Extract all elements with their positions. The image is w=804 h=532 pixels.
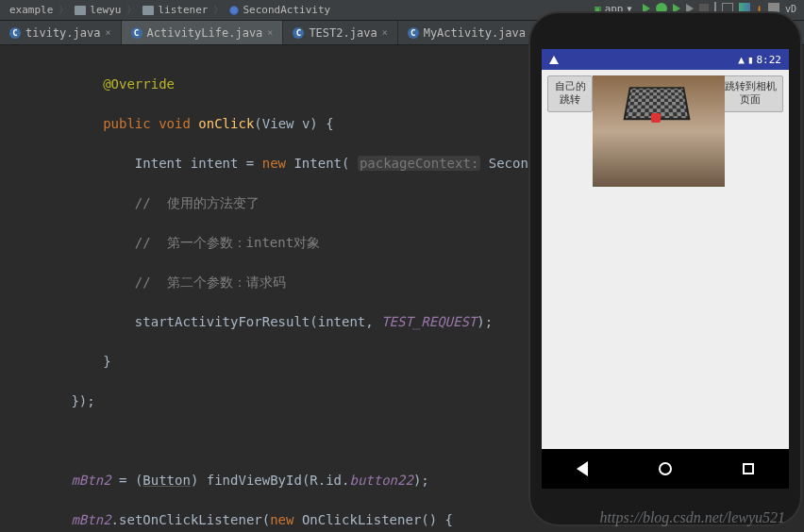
app-content: 自己的跳转 跳转到相机页面 [542, 70, 789, 489]
chevron-right-icon: 〉 [59, 3, 69, 17]
home-icon[interactable] [659, 462, 672, 475]
breadcrumb-item[interactable]: lewyu [69, 4, 126, 16]
back-icon[interactable] [577, 461, 588, 476]
tab-activitylife[interactable]: CActivityLife.java× [122, 21, 284, 44]
captured-image [593, 75, 725, 187]
battery-icon: ▮ [747, 54, 754, 66]
self-jump-button[interactable]: 自己的跳转 [547, 75, 593, 112]
tab-myactivity[interactable]: CMyActivity.java× [398, 21, 546, 44]
warning-icon [549, 56, 559, 64]
nav-bar [542, 449, 789, 489]
class-icon: C [131, 27, 142, 39]
breadcrumb-item[interactable]: listener [137, 4, 213, 16]
recent-icon[interactable] [743, 463, 754, 474]
run-icon[interactable] [643, 4, 650, 13]
folder-icon [75, 6, 86, 15]
watermark: https://blog.csdn.net/lewyu521 [600, 509, 785, 526]
close-icon[interactable]: × [267, 27, 273, 38]
folder-icon [142, 6, 154, 15]
emulator-frame: ▲ ▮ 8:22 自己的跳转 跳转到相机页面 [530, 13, 800, 524]
breadcrumb-item[interactable]: example [4, 4, 59, 16]
signal-icon: ▲ [738, 54, 745, 66]
tab-test2[interactable]: CTEST2.java× [283, 21, 397, 44]
tab-overflow: vD [785, 4, 796, 14]
close-icon[interactable]: × [105, 27, 110, 38]
close-icon[interactable]: × [382, 27, 388, 38]
tab-tivity[interactable]: Ctivity.java× [0, 21, 122, 44]
camera-jump-button[interactable]: 跳转到相机页面 [717, 75, 783, 112]
class-icon: C [9, 27, 21, 39]
breadcrumb-item[interactable]: SecondActivity [224, 4, 336, 16]
clock: 8:22 [757, 54, 782, 66]
stop-icon[interactable] [699, 4, 709, 13]
emulator-screen[interactable]: ▲ ▮ 8:22 自己的跳转 跳转到相机页面 [542, 49, 789, 489]
chevron-right-icon: 〉 [126, 3, 137, 17]
profile-icon[interactable] [673, 4, 680, 13]
class-icon: C [293, 27, 304, 39]
status-bar: ▲ ▮ 8:22 [542, 49, 789, 70]
class-icon: C [408, 27, 419, 39]
attach-icon[interactable] [686, 4, 694, 13]
class-icon [229, 6, 239, 15]
chevron-right-icon: 〉 [213, 3, 224, 17]
